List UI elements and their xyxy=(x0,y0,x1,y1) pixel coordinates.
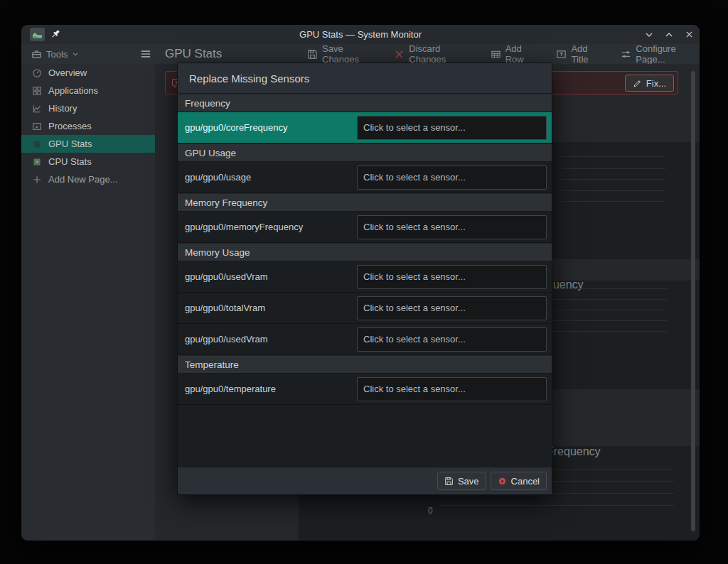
sensor-select-input[interactable] xyxy=(357,377,547,401)
sidebar-item-history[interactable]: History xyxy=(21,99,155,117)
discard-changes-label: Discard Changes xyxy=(409,43,471,65)
add-row-icon xyxy=(491,49,501,60)
history-chart-icon xyxy=(32,104,42,114)
sidebar-item-cpu-stats[interactable]: CPU Stats xyxy=(21,153,155,170)
sensor-name: gpu/gpu0/usedVram xyxy=(185,271,357,282)
window-titlebar[interactable]: GPU Stats — System Monitor xyxy=(21,25,700,44)
sidebar-item-label: Processes xyxy=(48,121,92,131)
window-title: GPU Stats — System Monitor xyxy=(21,25,700,44)
sensor-select-input[interactable] xyxy=(357,265,547,289)
dialog-section-memory-usage: Memory Usage xyxy=(178,243,552,261)
sidebar-item-applications[interactable]: Applications xyxy=(21,82,155,99)
cpu-chip-icon xyxy=(32,157,42,167)
chart-gridline xyxy=(551,299,667,300)
chart-gridline xyxy=(551,310,667,310)
fix-button-label: Fix... xyxy=(646,78,666,89)
chart-gridline xyxy=(551,331,667,332)
add-row-label: Add Row xyxy=(505,43,538,65)
save-icon xyxy=(307,49,318,60)
chart-gridline xyxy=(562,179,665,180)
sidebar-item-label: Overview xyxy=(48,67,87,78)
configure-page-label: Configure Page... xyxy=(636,43,700,65)
sidebar-item-label: GPU Stats xyxy=(48,139,92,149)
discard-changes-button[interactable]: Discard Changes xyxy=(394,44,471,64)
add-title-button[interactable]: Add Title xyxy=(556,44,602,64)
sensor-select-input[interactable] xyxy=(357,116,547,140)
plus-icon xyxy=(32,175,42,185)
applications-grid-icon xyxy=(32,86,42,96)
fix-button[interactable]: Fix... xyxy=(625,75,674,92)
chart-gridline xyxy=(562,168,665,169)
sidebar-item-overview[interactable]: Overview xyxy=(21,64,155,82)
sensor-name: gpu/gpu0/memoryFrequency xyxy=(185,222,357,232)
sensor-name: gpu/gpu0/usage xyxy=(185,172,357,183)
tools-menu-button[interactable]: Tools xyxy=(31,44,79,64)
app-window: GPU Stats — System Monitor Tools GPU Sta… xyxy=(21,25,700,541)
sensor-select-input[interactable] xyxy=(357,215,547,239)
dialog-section-memory-frequency: Memory Frequency xyxy=(178,193,552,212)
sensor-name: gpu/gpu0/usedVram xyxy=(185,334,357,345)
sensor-row[interactable]: gpu/gpu0/usage xyxy=(178,162,552,193)
dialog-save-button[interactable]: Save xyxy=(437,472,486,490)
chart-gridline xyxy=(551,288,667,289)
discard-icon xyxy=(394,49,405,60)
toolbox-icon xyxy=(31,49,42,60)
hamburger-menu-icon[interactable] xyxy=(139,48,152,60)
edit-pencil-icon xyxy=(633,79,642,88)
sidebar-item-processes[interactable]: Processes xyxy=(21,117,155,135)
dialog-body-spacer xyxy=(178,405,552,467)
add-title-icon xyxy=(556,49,567,60)
sidebar-item-label: CPU Stats xyxy=(48,156,92,167)
sidebar-item-gpu-stats[interactable]: GPU Stats xyxy=(21,135,155,153)
sensor-row[interactable]: gpu/gpu0/temperature xyxy=(178,374,552,405)
sensor-select-input[interactable] xyxy=(357,327,547,352)
minimize-icon[interactable] xyxy=(644,30,654,40)
sidebar-item-add-new-page[interactable]: Add New Page... xyxy=(21,170,155,188)
processes-window-icon xyxy=(32,121,42,131)
dialog-section-gpu-usage: GPU Usage xyxy=(178,143,552,162)
sensor-row[interactable]: gpu/gpu0/usedVram xyxy=(178,261,552,293)
chart-gridline xyxy=(562,190,665,191)
sensor-row[interactable]: gpu/gpu0/memoryFrequency xyxy=(178,212,552,243)
page-title: GPU Stats xyxy=(165,44,222,64)
sensor-row[interactable]: gpu/gpu0/coreFrequency xyxy=(178,112,552,143)
sensor-name: gpu/gpu0/totalVram xyxy=(185,303,357,313)
configure-icon xyxy=(621,49,631,60)
cancel-icon xyxy=(498,477,507,486)
vertical-scrollbar[interactable] xyxy=(691,71,695,531)
configure-page-button[interactable]: Configure Page... xyxy=(621,44,700,64)
sensor-select-input[interactable] xyxy=(357,166,547,190)
sidebar-item-label: Add New Page... xyxy=(48,174,118,185)
cancel-button-label: Cancel xyxy=(511,476,540,487)
tools-menu-label: Tools xyxy=(46,49,68,60)
chart-gridline xyxy=(562,156,665,157)
overview-gauge-icon xyxy=(32,68,42,78)
replace-missing-sensors-dialog: Replace Missing Sensors Frequency gpu/gp… xyxy=(177,63,552,495)
sensor-name: gpu/gpu0/coreFrequency xyxy=(185,122,357,133)
add-title-label: Add Title xyxy=(571,43,602,65)
sidebar-item-label: History xyxy=(48,103,77,114)
chart-gridline xyxy=(562,201,665,202)
dialog-cancel-button[interactable]: Cancel xyxy=(491,472,547,490)
add-row-button[interactable]: Add Row xyxy=(491,44,538,64)
chart-gridline xyxy=(551,320,667,321)
chart-title: Frequency xyxy=(547,445,601,458)
close-icon[interactable] xyxy=(684,30,694,40)
sensor-row[interactable]: gpu/gpu0/totalVram xyxy=(178,293,552,324)
gpu-chip-icon xyxy=(32,139,42,149)
axis-label-zero: 0 xyxy=(428,506,433,516)
maximize-icon[interactable] xyxy=(664,30,674,40)
save-changes-button[interactable]: Save Changes xyxy=(307,44,375,64)
save-icon xyxy=(444,477,454,486)
toolbar: Tools GPU Stats Save Changes Discard Cha… xyxy=(21,44,700,65)
dialog-title: Replace Missing Sensors xyxy=(178,63,552,94)
sidebar-item-label: Applications xyxy=(48,85,98,96)
save-button-label: Save xyxy=(458,476,479,487)
sidebar: Overview Applications History Processes … xyxy=(21,64,156,541)
save-changes-label: Save Changes xyxy=(322,43,375,65)
dialog-section-temperature: Temperature xyxy=(178,355,552,374)
sensor-row[interactable]: gpu/gpu0/usedVram xyxy=(178,324,552,355)
sensor-select-input[interactable] xyxy=(357,296,547,320)
chart-gridline xyxy=(439,505,674,506)
sensor-name: gpu/gpu0/temperature xyxy=(185,384,357,394)
